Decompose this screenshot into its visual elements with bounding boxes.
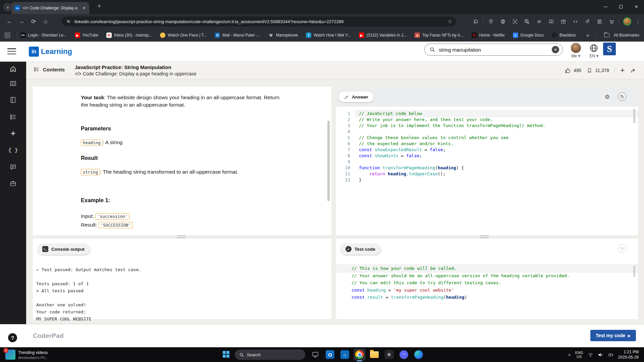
reading-mode-icon[interactable] [545, 14, 557, 29]
browser-tab[interactable]: in </> Code Challenge: Display a ✕ [11, 2, 89, 14]
sidebar-item-career-briefcase[interactable] [0, 180, 26, 187]
home-icon[interactable]: ⌂ [40, 18, 52, 25]
sidebar-item-checklist[interactable] [0, 113, 26, 121]
bookmark-item[interactable]: Blackbox [552, 33, 576, 38]
bookmark-item[interactable]: MInbox (30) - mansip... [106, 33, 152, 38]
bookmark-item[interactable]: fWatch How I Met Y... [306, 33, 351, 38]
location-pin-icon[interactable] [485, 14, 497, 29]
battery-icon[interactable] [608, 352, 614, 358]
taskbar-app-desktop[interactable] [309, 349, 321, 361]
bookmark-item[interactable]: NHome - Netflix [472, 33, 505, 38]
sidebar-item-map[interactable] [0, 80, 26, 87]
taskbar-app-outlook[interactable]: O [324, 349, 336, 361]
dev-code-icon[interactable] [569, 14, 581, 29]
taskbar-app-store[interactable]: ⌂ [339, 349, 351, 361]
taskbar-app-chrome[interactable] [354, 349, 366, 361]
hamburger-menu-icon[interactable] [7, 48, 16, 54]
save-bookmark-icon[interactable] [587, 67, 592, 74]
start-button[interactable] [223, 351, 229, 358]
help-button[interactable]: ? [8, 333, 17, 342]
taskbar-app-file-explorer[interactable] [368, 349, 380, 361]
apps-grid-icon[interactable] [5, 33, 10, 38]
address-bar[interactable]: linkedin.com/learning/javascript-practic… [62, 16, 456, 26]
bookmark-item[interactable]: ≡Google Docs [513, 33, 544, 38]
tab-test-code[interactable]: ✓ Test code [340, 243, 381, 255]
widget-title[interactable]: Trending videos [18, 350, 48, 355]
sidebar-item-ai-sparkle[interactable] [0, 130, 26, 137]
me-avatar[interactable] [571, 43, 581, 53]
settings-gear-icon[interactable]: ⚙ [605, 94, 610, 101]
instructions-scrollbar[interactable] [327, 121, 330, 201]
widget-subtitle[interactable]: Amsterdam's Pri... [18, 356, 48, 360]
new-tab-button[interactable]: + [95, 3, 103, 10]
search-input[interactable]: string manupilation [439, 47, 548, 53]
taskbar-app-camera[interactable] [383, 349, 395, 361]
reset-test-code-icon[interactable]: ↻ [618, 244, 627, 253]
tab-close-icon[interactable]: ✕ [83, 6, 86, 10]
bookmark-item[interactable]: Watch One Pace | T... [160, 33, 207, 38]
language-menu[interactable]: EN [587, 54, 601, 58]
language-indicator[interactable]: ENGUS [575, 351, 583, 359]
taskbar-clock[interactable]: 1:21 PM2025-05-29 [618, 349, 639, 360]
reset-code-icon[interactable]: ↻ [618, 92, 627, 101]
history-icon[interactable]: ↺ [581, 14, 593, 29]
clear-search-icon[interactable]: ✕ [552, 46, 559, 53]
copy-link-icon[interactable] [533, 14, 545, 29]
bookmark-item[interactable]: ▶(3132) Variables in J... [359, 33, 407, 38]
sidebar-item-code-challenges[interactable]: { } [0, 147, 26, 153]
bookmark-item[interactable]: OMail - Mansi Patel -... [215, 33, 260, 38]
splitter-handle-left[interactable] [177, 235, 185, 238]
splitter-handle-right[interactable] [480, 235, 489, 238]
organization-logo[interactable]: S [603, 43, 616, 55]
language-globe-icon[interactable] [589, 44, 598, 53]
test-editor-scrollbar[interactable] [633, 265, 635, 277]
browser-menu-icon[interactable]: ⋮ [634, 19, 642, 24]
window-maximize-button[interactable] [613, 0, 629, 13]
linkedin-logo[interactable]: in [29, 47, 39, 57]
like-thumb-icon[interactable] [565, 67, 571, 74]
me-menu[interactable]: Me [569, 54, 583, 58]
taskbar-search[interactable]: Search [235, 350, 305, 360]
volume-icon[interactable] [598, 352, 603, 358]
add-icon[interactable]: + [620, 66, 625, 75]
wifi-icon[interactable] [588, 352, 593, 358]
all-bookmarks-label[interactable]: All Bookmarks [613, 33, 639, 38]
forward-icon[interactable]: → [15, 18, 28, 25]
tab-answer[interactable]: Answer [339, 92, 374, 102]
tab-search-button[interactable]: ∨ [3, 3, 12, 12]
taskbar-app-edge[interactable] [413, 349, 425, 361]
tab-console-output[interactable]: >_ Console output [37, 243, 90, 255]
test-code-editor[interactable]: // This is how your code will be called.… [336, 265, 638, 301]
translate-icon[interactable] [521, 14, 533, 29]
share-icon[interactable] [630, 67, 637, 74]
bookmark-star-icon[interactable]: ☆ [448, 18, 452, 24]
bookmark-item[interactable]: ☻Toy Faces NFTs by A... [415, 33, 464, 38]
window-minimize-button[interactable]: — [598, 0, 613, 13]
test-my-code-button[interactable]: Test my code ▶ [590, 330, 636, 341]
answer-editor-scrollbar[interactable] [633, 109, 635, 123]
learning-brand-label[interactable]: Learning [41, 47, 72, 56]
contents-button[interactable]: Contents [34, 66, 65, 72]
reading-list-icon[interactable] [593, 14, 605, 29]
bookmark-item[interactable]: ▶YouTube [75, 33, 98, 38]
sidebar-item-library[interactable] [0, 96, 26, 104]
tray-chevron-icon[interactable]: ∧ [568, 353, 571, 357]
bookmarks-overflow-icon[interactable]: » [587, 33, 589, 38]
extensions-puzzle-icon[interactable] [470, 14, 482, 29]
browser-profile-avatar[interactable] [623, 17, 631, 25]
bookmark-item[interactable]: WMannpiecee [268, 33, 298, 38]
print-icon[interactable] [497, 14, 509, 29]
header-search-box[interactable]: string manupilation ✕ [424, 44, 563, 56]
reload-icon[interactable]: ⟳ [28, 18, 40, 25]
screenshot-icon[interactable] [509, 14, 521, 29]
site-settings-icon[interactable] [66, 19, 71, 24]
bookmark-item[interactable]: D2LLogin - Sheridan Le... [20, 33, 67, 38]
back-icon[interactable]: ← [3, 18, 15, 25]
answer-editor[interactable]: 1// JavaScript code below2// Write your … [336, 107, 638, 235]
sidebar-item-qa-chat[interactable] [0, 163, 26, 171]
cart-icon[interactable] [605, 14, 618, 29]
sidebar-item-home[interactable] [0, 65, 26, 73]
window-close-button[interactable]: ✕ [629, 0, 644, 13]
taskbar-app-teams[interactable]: ◠ [398, 349, 410, 361]
side-panel-icon[interactable] [557, 14, 569, 29]
